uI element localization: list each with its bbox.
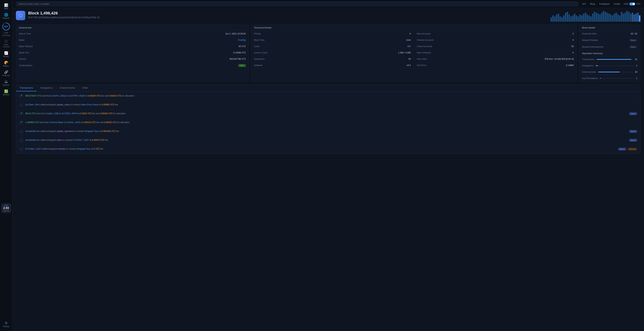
volume-value: 563.947786 XTZ [230, 58, 246, 60]
sidebar-item-mainnet[interactable]: 🌐 Mainnet [0, 11, 12, 21]
topbar-link-guide[interactable]: Guide [614, 2, 620, 5]
tx-text: 0.06425 XTZ [100, 112, 112, 115]
sidebar-label-bakers: Bakers [3, 65, 9, 67]
chart-bar [606, 13, 608, 22]
cycle-label: Cycle [254, 45, 260, 48]
sidebar-label-stats: Stats [4, 7, 8, 9]
block-hash-text: BLK7T9KLQVGWMywu4ajRUwbsqSZsk92V9Ew63c5U… [28, 16, 96, 19]
technical-details-title: Technical Details [251, 25, 577, 31]
baker-reward-label: Baker Reward [19, 45, 33, 48]
topbar-link-blog[interactable]: Blog [590, 2, 595, 5]
block-hash-row: BLK7T9KLQVGWMywu4ajRUwbsqSZsk92V9Ew63c5U… [28, 16, 99, 19]
missed-priorities-value: None [629, 39, 637, 42]
tx-link[interactable]: KT1UNe7..LbDT [25, 148, 41, 150]
tx-link[interactable]: Kaiko Price Oracle [81, 103, 99, 106]
sidebar-item-markets[interactable]: 💹 Markets [0, 88, 12, 97]
op-keyrevelations-value: 1 [636, 77, 637, 80]
topbar-link-feedback[interactable]: Feedback [599, 2, 610, 5]
tx-text: 0.00082 XTZ [102, 103, 114, 106]
tx-text: called entrypoint [40, 139, 56, 141]
tx-link[interactable]: tz1c5wm..zfmJ [25, 103, 40, 106]
tx-text: called entrypoint [40, 103, 56, 106]
tx-text: sent from [39, 121, 49, 124]
info-row-confirmations: Confirmations 100+ [16, 62, 249, 69]
chart-bar [603, 11, 604, 22]
tx-text: transfer [58, 148, 66, 150]
topbar-link-api[interactable]: API [582, 2, 586, 5]
op-row-delegations: Delegations 2 [579, 63, 640, 69]
tx-text: 0.00473 XTZ [92, 139, 104, 141]
chart-bar [550, 17, 552, 22]
sidebar-item-protocols[interactable]: 🔗 Protocols [0, 69, 12, 78]
tx-link[interactable]: Wrapped Taco [77, 148, 91, 150]
chart-bar [594, 12, 595, 22]
info-row-baker: Baker PosD0g [16, 37, 249, 43]
chart-bar [561, 17, 563, 22]
op-row-keyrevelations: Key Revelations 1 [579, 75, 640, 81]
block-icon: ⬡ [5, 40, 8, 43]
svg-text:>_: >_ [20, 130, 22, 132]
tab-transactions[interactable]: Transactions [16, 85, 37, 91]
chart-bar [576, 15, 577, 22]
tx-link[interactable]: tz1hPc1..68Qs [52, 95, 66, 97]
chart-bar [565, 13, 566, 22]
sidebar-item-settings[interactable]: ⚙ Settings [0, 320, 12, 329]
tx-link[interactable]: tz1TQPo..NPV9 [62, 112, 77, 115]
block-health-panel: Block Health Endorsed Slots 32 / 32 Miss… [579, 24, 640, 82]
tech-clearedaccounts-row: Cleared Accounts 0 [414, 37, 577, 43]
tx-text: fee [104, 139, 108, 141]
tx-link[interactable]: Wrapped Taco [85, 130, 99, 132]
batch-badge: Batch [629, 130, 637, 133]
tab-delegations[interactable]: Delegations [37, 85, 56, 91]
sidebar-item-block[interactable]: ⬡ Block1,546,802 [0, 38, 12, 50]
sidebar-item-stats[interactable]: 📊 Stats [0, 2, 12, 11]
newaccounts-value: 2 [572, 32, 574, 35]
baker-label: Baker [19, 39, 24, 41]
activity-icon: 📈 [4, 51, 8, 55]
tx-link[interactable]: tz1afdz..U28k [46, 112, 59, 115]
blocktime-label: Block Time [254, 39, 265, 41]
chart-bar [568, 14, 570, 22]
tx-link[interactable]: Coinone Baker [49, 121, 64, 124]
tx-content: tz1c5wm..zfmJ called entrypoint update_v… [25, 103, 637, 106]
chart-bar [585, 13, 586, 22]
chart-bar [614, 13, 615, 22]
tx-link[interactable]: KT1UNe7..LbDT [73, 139, 89, 141]
chart-bar [560, 16, 561, 22]
copy-hash-icon[interactable]: ⧉ [98, 16, 99, 19]
tx-text: at [89, 139, 92, 141]
tx-text: at [80, 121, 83, 124]
sidebar-item-election[interactable]: 🗳 Election [0, 78, 12, 88]
sidebar-item-bakers[interactable]: 🥐 Bakers [0, 59, 12, 69]
search-input[interactable] [16, 1, 578, 6]
tab-other[interactable]: Other [78, 85, 92, 91]
currency-switch[interactable] [629, 2, 635, 5]
tx-link[interactable]: somaticbits.tez [25, 139, 40, 141]
tx-text: sent from [36, 112, 46, 115]
chart-bar [635, 13, 637, 22]
tab-endorsements[interactable]: Endorsements [56, 85, 79, 91]
tech-newaccounts-row: New Accounts 2 [414, 31, 577, 37]
op-keyrevelations-label: Key Revelations [582, 77, 598, 80]
date-value: Jun 1, 2021 10:26:54 [226, 32, 246, 35]
chart-bar [558, 13, 559, 22]
block-info: Block 1,496,426 BLK7T9KLQVGWMywu4ajRUwbs… [28, 11, 99, 19]
sidebar-item-activity[interactable]: 📈 Activity [0, 50, 12, 59]
tx-text: 500.676437 XTZ [25, 95, 41, 97]
op-delegations-bar-bg [596, 65, 634, 66]
call-icon: >_ [19, 103, 24, 107]
tx-text: 0.00142 XTZ [83, 121, 96, 124]
tx-content: somaticbits.tez called entrypoint stake … [25, 138, 627, 142]
protocols-icon: 🔗 [4, 70, 8, 74]
tx-link[interactable]: tz1S7WY..U6QR [69, 95, 85, 97]
usd-price-widget: USD 2.93 -0.2 % [1, 203, 11, 213]
currency-usd-label: USD [624, 3, 628, 5]
tx-link[interactable]: somaticbits.tez [25, 130, 40, 132]
tx-link[interactable]: tz1KhiL..a3vN [67, 121, 80, 124]
baker-value[interactable]: PosD0g [238, 39, 246, 41]
general-info-panel: General Info Date & Time Jun 1, 2021 10:… [16, 24, 249, 82]
chart-bar [624, 13, 626, 22]
chart-bar [581, 15, 582, 22]
tx-text: update_value [56, 103, 70, 106]
transfer-icon [19, 120, 24, 125]
